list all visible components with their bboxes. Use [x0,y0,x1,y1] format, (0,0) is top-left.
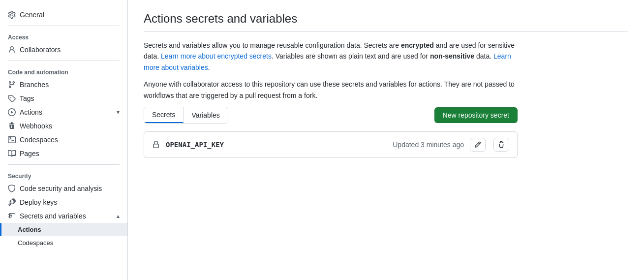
sidebar-section-security: Security [0,169,127,182]
codespaces-icon [8,136,16,144]
sidebar-item-deploy-keys[interactable]: Deploy keys [0,195,127,209]
pencil-icon [474,141,481,148]
sidebar-item-webhooks[interactable]: Webhooks [0,119,127,133]
sidebar-item-branches[interactable]: Branches [0,78,127,92]
actions-icon [8,108,16,116]
code-security-label: Code security and analysis [20,185,102,192]
learn-more-secrets-link[interactable]: Learn more about encrypted secrets [161,52,272,60]
sidebar-general-label: General [20,11,44,19]
collaborators-label: Collaborators [20,46,61,54]
sidebar-section-access: Access [0,30,127,43]
gear-icon [8,11,16,19]
sidebar-item-actions[interactable]: Actions ▾ [0,105,127,119]
sidebar-item-pages[interactable]: Pages [0,147,127,160]
webhooks-label: Webhooks [20,122,52,130]
main-content: Actions secrets and variables Secrets an… [128,0,644,280]
tab-secrets[interactable]: Secrets [144,107,184,123]
pages-label: Pages [20,150,39,157]
new-repository-secret-button[interactable]: New repository secret [434,107,518,123]
encrypted-text: encrypted [401,41,434,49]
secret-name: OPENAI_API_KEY [166,141,387,149]
description-1: Secrets and variables allow you to manag… [144,40,518,73]
secrets-list: OPENAI_API_KEY Updated 3 minutes ago [144,131,518,158]
codespaces-sub-label: Codespaces [18,239,53,247]
page-title: Actions secrets and variables [144,12,628,26]
tag-icon [8,94,16,102]
sidebar-section-code-automation: Code and automation [0,65,127,78]
description-2: Anyone with collaborator access to this … [144,79,518,101]
trash-icon [498,141,505,148]
non-sensitive-text: non-sensitive [430,52,474,60]
secret-icon [8,212,16,220]
person-icon [8,46,16,54]
secrets-chevron-up-icon: ▴ [117,213,120,219]
sidebar-item-secrets-variables[interactable]: Secrets and variables ▴ [0,209,127,223]
table-row: OPENAI_API_KEY Updated 3 minutes ago [144,132,517,157]
sidebar-divider-1 [8,26,120,26]
sidebar: General Access Collaborators Code and au… [0,0,128,280]
sidebar-item-actions-sub[interactable]: Actions [0,223,127,236]
tabs-row: Secrets Variables New repository secret [144,107,518,124]
sidebar-item-codespaces-sub[interactable]: Codespaces [0,236,127,249]
actions-label: Actions [20,108,42,116]
sidebar-divider-2 [8,61,120,61]
delete-secret-button[interactable] [493,138,509,152]
shield-icon [8,185,16,192]
secrets-variables-label: Secrets and variables [20,212,86,220]
branch-icon [8,81,16,89]
edit-secret-button[interactable] [470,138,486,152]
actions-chevron-down-icon: ▾ [117,109,120,116]
deploy-keys-label: Deploy keys [20,198,57,206]
branches-label: Branches [20,81,49,89]
lock-icon [152,141,160,149]
key-icon [8,198,16,206]
sidebar-divider-3 [8,164,120,165]
actions-sub-label: Actions [18,226,41,233]
tags-label: Tags [20,94,34,102]
sidebar-item-code-security[interactable]: Code security and analysis [0,182,127,195]
sidebar-item-general[interactable]: General [0,8,127,22]
sidebar-item-collaborators[interactable]: Collaborators [0,43,127,57]
tab-variables[interactable]: Variables [184,107,227,123]
pages-icon [8,150,16,157]
tabs-container: Secrets Variables [144,107,228,124]
sidebar-item-codespaces[interactable]: Codespaces [0,133,127,147]
codespaces-label: Codespaces [20,136,58,144]
webhook-icon [8,122,16,130]
sidebar-item-tags[interactable]: Tags [0,92,127,105]
secret-updated-time: Updated 3 minutes ago [393,141,464,149]
page-divider [144,31,628,32]
